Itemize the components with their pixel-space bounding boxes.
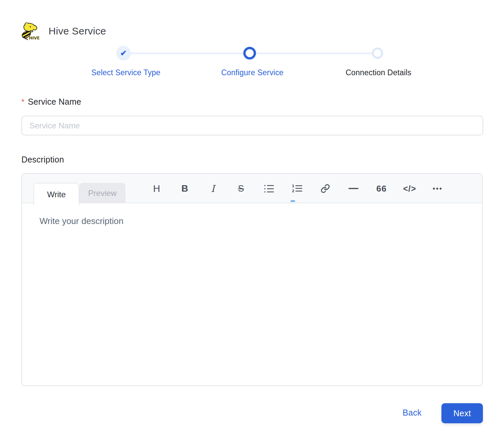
- hive-bee-logo-icon: HIVE: [21, 22, 40, 40]
- step-label-select-service-type: Select Service Type: [91, 68, 161, 77]
- unordered-list-icon[interactable]: [255, 174, 283, 203]
- page-title: Hive Service: [49, 25, 106, 37]
- description-editor: Write Preview H B I S: [21, 173, 483, 386]
- toolbar-blue-artifact: [290, 200, 295, 202]
- link-icon[interactable]: [311, 174, 339, 203]
- hive-service-wizard: HIVE Hive Service ✔ Select Service Type …: [0, 0, 504, 442]
- service-name-label-text: Service Name: [28, 97, 81, 107]
- svg-text:2: 2: [292, 189, 295, 193]
- step-label-connection-details: Connection Details: [346, 68, 412, 77]
- description-label: Description: [21, 155, 64, 164]
- check-icon: ✔: [120, 49, 127, 57]
- italic-icon[interactable]: I: [199, 174, 227, 203]
- more-options-icon[interactable]: •••: [424, 174, 452, 203]
- service-name-input[interactable]: [21, 116, 483, 135]
- strikethrough-icon[interactable]: S: [227, 174, 255, 203]
- editor-toolbar: H B I S 1 2: [143, 174, 452, 203]
- svg-text:HIVE: HIVE: [29, 36, 40, 40]
- back-button[interactable]: Back: [403, 408, 422, 418]
- svg-text:1: 1: [292, 184, 295, 188]
- next-button[interactable]: Next: [441, 403, 483, 423]
- quote-icon[interactable]: 66: [367, 174, 396, 203]
- step-indicator-configure-service: [243, 47, 256, 60]
- horizontal-rule-icon[interactable]: [339, 174, 367, 203]
- tab-preview[interactable]: Preview: [79, 183, 125, 203]
- step-indicator-select-service-type: ✔: [116, 46, 131, 61]
- bold-icon[interactable]: B: [171, 174, 199, 203]
- description-textarea[interactable]: [22, 204, 482, 385]
- service-name-label: * Service Name: [21, 97, 81, 107]
- editor-toolbar-bar: Write Preview H B I S: [22, 174, 482, 203]
- code-icon[interactable]: </>: [396, 174, 424, 203]
- step-indicator-connection-details: [372, 47, 383, 59]
- tab-write[interactable]: Write: [33, 183, 79, 205]
- step-label-configure-service: Configure Service: [221, 68, 283, 77]
- ordered-list-icon[interactable]: 1 2: [283, 174, 311, 203]
- required-asterisk: *: [21, 98, 24, 107]
- heading-icon[interactable]: H: [143, 174, 171, 203]
